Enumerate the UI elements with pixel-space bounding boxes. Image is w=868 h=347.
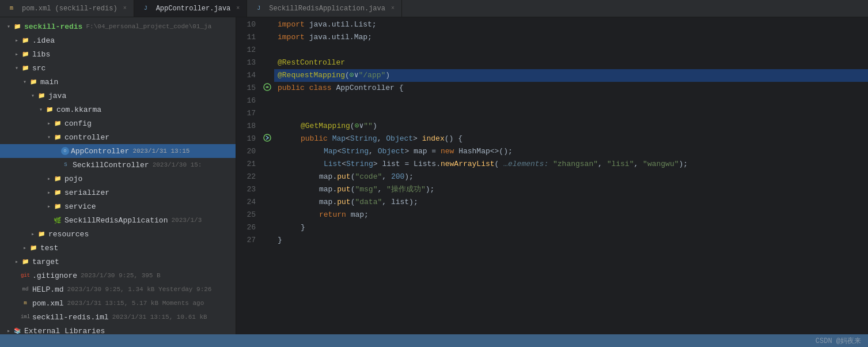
ext-libs-label: External Libraries <box>24 327 105 335</box>
xml-icon: m <box>7 4 16 13</box>
gitignore-meta: 2023/1/30 9:25, 395 B <box>81 272 161 279</box>
tree-iml[interactable]: iml seckill-redis.iml 2023/1/31 13:15, 1… <box>0 310 236 324</box>
project-root[interactable]: 📁 seckill-redis F:\04_personal_project_c… <box>0 20 236 33</box>
main-icon: 📁 <box>29 77 38 86</box>
tab-seckillredis[interactable]: J SeckillRedisApplication.java × <box>247 0 402 17</box>
gutter-19-arrow <box>260 131 274 144</box>
java-icon: J <box>141 4 150 13</box>
tree-src[interactable]: 📁 src <box>0 61 236 75</box>
watermark: CSDN @妈夜来 <box>816 336 861 346</box>
tree-target[interactable]: 📁 target <box>0 255 236 269</box>
target-arrow <box>13 258 21 265</box>
line-num-23: 23 <box>236 183 256 196</box>
code-line-25: return map; <box>274 209 868 221</box>
gutter-22 <box>260 169 274 182</box>
kkarma-icon: 📁 <box>45 105 54 114</box>
tree-appcontroller[interactable]: ○ AppController 2023/1/31 13:15 <box>0 144 236 158</box>
tree-libs[interactable]: 📁 libs <box>0 47 236 61</box>
svg-point-1 <box>264 134 271 141</box>
seckillcontroller-label: SeckillController <box>73 161 149 169</box>
tree-gitignore[interactable]: git .gitignore 2023/1/30 9:25, 395 B <box>0 269 236 282</box>
tree-service[interactable]: 📁 service <box>0 199 236 213</box>
serializer-icon: 📁 <box>53 188 62 197</box>
tree-resources[interactable]: 📁 resources <box>0 227 236 241</box>
src-arrow <box>13 65 21 71</box>
helpmd-label: HELP.md <box>32 285 64 294</box>
pojo-icon: 📁 <box>53 174 62 183</box>
java-label: java <box>48 92 66 100</box>
line-num-27: 27 <box>236 234 256 247</box>
gutter-15-bean <box>260 81 274 93</box>
tab-appcontroller[interactable]: J AppController.java × <box>134 0 248 17</box>
code-line-19: public Map<String, Object> index() { <box>274 133 868 145</box>
resources-icon: 📁 <box>37 229 46 239</box>
gutter <box>260 17 274 334</box>
tree-java[interactable]: 📁 java <box>0 89 236 103</box>
sidebar[interactable]: 📁 seckill-redis F:\04_personal_project_c… <box>0 17 236 334</box>
tree-serializer[interactable]: 📁 serializer <box>0 186 236 199</box>
idea-label: .idea <box>32 36 55 45</box>
pomxml-label: pom.xml <box>32 299 64 308</box>
gutter-10 <box>260 17 274 30</box>
tree-idea[interactable]: 📁 .idea <box>0 33 236 47</box>
code-line-27: } <box>274 234 868 247</box>
gutter-12 <box>260 43 274 55</box>
bottom-bar: CSDN @妈夜来 <box>0 334 868 347</box>
main-label: main <box>40 78 58 86</box>
tab-seckillredis-close[interactable]: × <box>391 5 395 12</box>
line-num-15: 15 <box>236 82 256 95</box>
tree-controller[interactable]: 📁 controller <box>0 130 236 144</box>
iml-meta: 2023/1/31 13:15, 10.61 kB <box>112 314 207 320</box>
line-numbers: 10 11 12 13 14 15 16 17 18 19 20 21 22 2… <box>236 17 260 334</box>
tree-config[interactable]: 📁 config <box>0 116 236 130</box>
line-num-10: 10 <box>236 18 256 31</box>
code-line-14: @RequestMapping(⊙∨"/app") <box>274 69 868 82</box>
main-arrow <box>21 78 29 85</box>
tree-external-libraries[interactable]: 📚 External Libraries <box>0 324 236 334</box>
service-arrow <box>45 203 53 210</box>
idea-arrow <box>13 37 21 44</box>
tree-main[interactable]: 📁 main <box>0 75 236 89</box>
code-area: 10 11 12 13 14 15 16 17 18 19 20 21 22 2… <box>236 17 868 334</box>
tree-pom-xml[interactable]: m pom.xml 2023/1/31 13:15, 5.17 kB Momen… <box>0 296 236 310</box>
line-num-22: 22 <box>236 171 256 183</box>
gutter-18 <box>260 119 274 131</box>
line-num-14: 14 <box>236 69 256 82</box>
idea-icon: 📁 <box>21 36 30 45</box>
code-line-11: import java.util.Map; <box>274 31 868 44</box>
tab-pom[interactable]: m pom.xml (seckill-redis) × <box>0 0 134 17</box>
serializer-arrow <box>45 189 53 196</box>
libs-label: libs <box>32 50 50 59</box>
test-arrow <box>21 244 29 251</box>
code-line-21: List<String> list = Lists.newArrayList( … <box>274 158 868 171</box>
tree-test[interactable]: 📁 test <box>0 241 236 255</box>
root-label: seckill-redis <box>24 22 82 31</box>
code-line-16 <box>274 95 868 107</box>
tree-com-kkarma[interactable]: 📁 com.kkarma <box>0 103 236 116</box>
tree-seckillredisapp[interactable]: 🌿 SeckillRedisApplication 2023/1/3 <box>0 213 236 227</box>
tab-appcontroller-close[interactable]: × <box>236 5 240 12</box>
tree-seckillcontroller[interactable]: S SeckillController 2023/1/30 15: <box>0 158 236 172</box>
helpmd-meta: 2023/1/30 9:25, 1.34 kB Yesterday 9:26 <box>67 286 212 293</box>
service-label: service <box>65 202 96 211</box>
tab-seckillredis-label: SeckillRedisApplication.java <box>269 5 385 13</box>
tab-pom-close[interactable]: × <box>123 5 127 12</box>
ext-libs-arrow <box>5 327 13 334</box>
test-icon: 📁 <box>29 243 38 252</box>
controller-icon: 📁 <box>53 133 62 142</box>
code-line-26: } <box>274 221 868 234</box>
code-line-23: map.put("msg", "操作成功"); <box>274 183 868 196</box>
libs-icon: 📁 <box>21 50 30 59</box>
gutter-14 <box>260 68 274 81</box>
src-icon: 📁 <box>21 63 30 73</box>
serializer-label: serializer <box>65 188 109 197</box>
pojo-arrow <box>45 175 53 182</box>
java-arrow <box>29 92 37 99</box>
code-content[interactable]: import java.util.List; import java.util.… <box>274 17 868 334</box>
target-icon: 📁 <box>21 257 30 266</box>
line-num-25: 25 <box>236 209 256 221</box>
tree-pojo[interactable]: 📁 pojo <box>0 172 236 186</box>
tree-help-md[interactable]: md HELP.md 2023/1/30 9:25, 1.34 kB Yeste… <box>0 282 236 296</box>
code-line-13: @RestController <box>274 56 868 69</box>
iml-icon: iml <box>21 312 30 322</box>
